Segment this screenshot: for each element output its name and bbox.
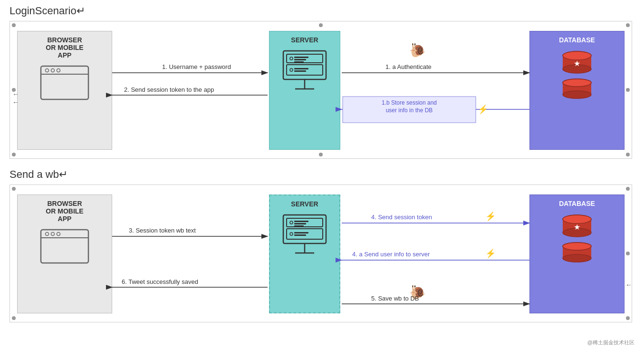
svg-point-3 xyxy=(51,69,55,72)
database-label-1: DATABASE xyxy=(559,36,595,44)
corner-dot2-tr xyxy=(626,187,630,191)
svg-rect-55 xyxy=(287,229,323,239)
svg-rect-52 xyxy=(294,221,308,222)
db-cylinder-bottom-2 xyxy=(560,242,594,263)
svg-point-25 xyxy=(563,79,591,87)
server-icon-1 xyxy=(281,49,328,101)
server-icon-2 xyxy=(281,213,328,265)
handle-left xyxy=(12,88,16,92)
svg-text:1. a Authenticate: 1. a Authenticate xyxy=(385,63,432,70)
svg-rect-13 xyxy=(294,68,308,69)
diagram1: BROWSEROR MOBILEAPP SERVER xyxy=(10,21,632,159)
corner-dot2-br xyxy=(626,316,630,320)
svg-rect-50 xyxy=(287,218,323,227)
section2-title: Send a wb↵ xyxy=(10,168,634,181)
corner-dot-br xyxy=(626,153,630,156)
svg-text:4. a Send user info to server: 4. a Send user info to server xyxy=(352,251,430,258)
db-cylinder-top-2: ★ xyxy=(560,214,594,238)
svg-text:⚡: ⚡ xyxy=(485,211,496,222)
browser-icon-2 xyxy=(38,227,91,265)
svg-point-51 xyxy=(290,221,293,224)
svg-rect-9 xyxy=(294,59,306,60)
svg-text:🐌: 🐌 xyxy=(409,284,426,300)
svg-text:6. Tweet successfully saved: 6. Tweet successfully saved xyxy=(122,278,198,285)
svg-rect-58 xyxy=(294,234,306,236)
svg-text:⚡: ⚡ xyxy=(485,248,496,259)
svg-rect-38 xyxy=(343,97,476,123)
handle-right xyxy=(626,88,630,92)
svg-point-64 xyxy=(563,215,591,224)
browser-box-2: BROWSEROR MOBILEAPP xyxy=(17,194,112,313)
server-label-1: SERVER xyxy=(291,36,318,44)
corner-dot2-tl xyxy=(12,187,16,191)
svg-text:2. Send session token to the a: 2. Send session token to the app xyxy=(124,86,214,93)
svg-rect-0 xyxy=(41,66,88,99)
svg-point-7 xyxy=(290,57,293,60)
svg-point-20 xyxy=(563,51,591,60)
database-box-1: DATABASE ★ xyxy=(529,31,625,150)
corner-dot-bl xyxy=(12,153,16,156)
svg-text:★: ★ xyxy=(574,223,580,231)
svg-text:1. Username + password: 1. Username + password xyxy=(162,63,231,70)
svg-text:5. Save wb to DB: 5. Save wb to DB xyxy=(371,295,419,302)
browser-box-1: BROWSEROR MOBILEAPP xyxy=(17,31,112,150)
svg-rect-6 xyxy=(287,54,323,63)
svg-point-56 xyxy=(290,233,293,235)
handle2-right xyxy=(626,252,630,255)
svg-rect-10 xyxy=(294,61,304,63)
svg-text:1.b Store session and: 1.b Store session and xyxy=(382,99,437,106)
svg-text:🐌: 🐌 xyxy=(409,42,426,58)
svg-point-46 xyxy=(46,233,49,236)
svg-point-48 xyxy=(57,233,60,236)
svg-rect-53 xyxy=(294,223,306,224)
svg-text:★: ★ xyxy=(574,59,580,68)
svg-text:user info in the DB: user info in the DB xyxy=(386,107,433,114)
watermark: @稀土掘金技术社区 xyxy=(587,339,634,346)
db-cylinder-top-1: ★ xyxy=(560,51,594,75)
handle-bottom xyxy=(319,153,323,156)
svg-rect-8 xyxy=(294,57,308,58)
svg-rect-54 xyxy=(294,225,304,227)
browser-label-1: BROWSEROR MOBILEAPP xyxy=(46,36,83,59)
server-label-2: SERVER xyxy=(291,200,318,208)
svg-text:⚡: ⚡ xyxy=(478,104,489,115)
corner-dot-tr xyxy=(626,23,630,27)
svg-point-47 xyxy=(51,233,55,236)
svg-rect-44 xyxy=(41,230,88,263)
svg-point-4 xyxy=(57,69,60,72)
svg-point-12 xyxy=(290,68,293,71)
diagram2: BROWSEROR MOBILEAPP SERVER xyxy=(10,185,632,322)
svg-text:4. Send session token: 4. Send session token xyxy=(371,214,432,221)
server-box-2: SERVER xyxy=(269,194,340,313)
database-label-2: DATABASE xyxy=(559,200,595,207)
browser-icon-1 xyxy=(38,64,91,102)
db-cylinder-bottom-1 xyxy=(560,78,594,100)
svg-point-24 xyxy=(563,91,591,98)
database-box-2: DATABASE ★ xyxy=(529,194,625,313)
server-box-1: SERVER xyxy=(269,31,340,150)
svg-point-2 xyxy=(46,69,49,72)
section1-title: LoginScenario↵ xyxy=(10,5,634,17)
svg-rect-57 xyxy=(294,232,308,233)
svg-text:←: ← xyxy=(625,281,632,289)
svg-rect-11 xyxy=(287,65,323,75)
corner-dot2-bl xyxy=(12,316,16,320)
corner-dot-tl xyxy=(12,23,16,27)
svg-point-69 xyxy=(563,243,591,250)
svg-point-68 xyxy=(563,254,591,262)
db-icons-2: ★ xyxy=(560,214,594,263)
main-container: LoginScenario↵ BROWSEROR MOBILEAPP SERVE… xyxy=(0,0,644,350)
browser-label-2: BROWSEROR MOBILEAPP xyxy=(46,200,83,223)
svg-rect-14 xyxy=(294,70,306,72)
handle-top xyxy=(319,23,323,27)
svg-text:3. Session token wb text: 3. Session token wb text xyxy=(129,227,196,234)
db-icons-1: ★ xyxy=(560,51,594,100)
